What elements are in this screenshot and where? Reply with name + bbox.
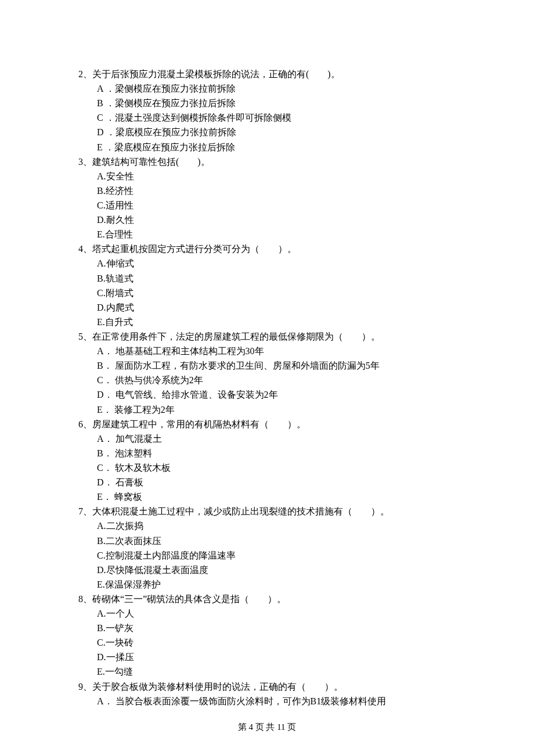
question-3: 3、建筑结构可靠性包括( )。 A.安全性 B.经济性 C.适用性 D.耐久性 …: [78, 154, 476, 242]
options-list: A.伸缩式 B.轨道式 C.附墙式 D.内爬式 E.自升式: [78, 256, 476, 329]
option-e: E.合理性: [97, 227, 476, 242]
question-2: 2、关于后张预应力混凝土梁模板拆除的说法，正确的有( )。 A ．梁侧模应在预应…: [78, 67, 476, 154]
question-7: 7、大体积混凝土施工过程中，减少或防止出现裂缝的技术措施有（ ）。 A.二次振捣…: [78, 504, 476, 592]
question-number: 7、: [78, 506, 92, 516]
option-e: E.自升式: [97, 315, 476, 329]
option-d: D.尽快降低混凝土表面温度: [97, 563, 476, 577]
option-a: A.伸缩式: [97, 256, 476, 271]
question-text: 在正常使用条件下，法定的房屋建筑工程的最低保修期限为（ ）。: [92, 332, 380, 341]
option-a: A． 地基基础工程和主体结构工程为30年: [97, 344, 476, 358]
option-c: C.一块砖: [97, 635, 476, 650]
option-a: A． 加气混凝土: [97, 431, 476, 446]
option-a: A． 当胶合板表面涂覆一级饰面防火涂料时，可作为B1级装修材料使用: [97, 694, 476, 708]
question-stem: 9、关于胶合板做为装修材料使用时的说法，正确的有（ ）。: [78, 679, 476, 694]
option-a: A.一个人: [97, 606, 476, 621]
option-c: C.控制混凝土内部温度的降温速率: [97, 548, 476, 563]
option-b: B． 泡沫塑料: [97, 446, 476, 460]
question-5: 5、在正常使用条件下，法定的房屋建筑工程的最低保修期限为（ ）。 A． 地基基础…: [78, 329, 476, 417]
question-number: 2、: [78, 69, 92, 79]
question-text: 关于胶合板做为装修材料使用时的说法，正确的有（ ）。: [92, 682, 343, 692]
question-number: 9、: [78, 682, 92, 692]
option-e: E． 蜂窝板: [97, 489, 476, 504]
option-d: D ．梁底模应在预应力张拉前拆除: [97, 125, 476, 139]
options-list: A． 加气混凝土 B． 泡沫塑料 C． 软木及软木板 D． 石膏板 E． 蜂窝板: [78, 431, 476, 505]
question-text: 关于后张预应力混凝土梁模板拆除的说法，正确的有( )。: [92, 69, 340, 79]
question-number: 6、: [78, 419, 92, 429]
question-text: 塔式起重机按固定方式进行分类可分为（ ）。: [92, 244, 297, 254]
question-text: 建筑结构可靠性包括( )。: [92, 157, 210, 167]
options-list: A.安全性 B.经济性 C.适用性 D.耐久性 E.合理性: [78, 169, 476, 242]
option-d: D.耐久性: [97, 213, 476, 227]
question-9: 9、关于胶合板做为装修材料使用时的说法，正确的有（ ）。 A． 当胶合板表面涂覆…: [78, 679, 476, 708]
question-stem: 6、房屋建筑工程中，常用的有机隔热材料有（ ）。: [78, 417, 476, 431]
option-a: A ．梁侧模应在预应力张拉前拆除: [97, 81, 476, 96]
question-number: 5、: [78, 332, 92, 341]
option-e: E.一勾缝: [97, 664, 476, 679]
option-d: D.一揉压: [97, 650, 476, 664]
question-stem: 7、大体积混凝土施工过程中，减少或防止出现裂缝的技术措施有（ ）。: [78, 504, 476, 519]
page-footer: 第 4 页 共 11 页: [0, 722, 534, 733]
option-b: B ．梁侧模应在预应力张拉后拆除: [97, 96, 476, 110]
question-6: 6、房屋建筑工程中，常用的有机隔热材料有（ ）。 A． 加气混凝土 B． 泡沫塑…: [78, 417, 476, 505]
option-a: A.二次振捣: [97, 519, 476, 533]
option-d: D． 石膏板: [97, 475, 476, 489]
page-content: 2、关于后张预应力混凝土梁模板拆除的说法，正确的有( )。 A ．梁侧模应在预应…: [0, 0, 534, 708]
question-8: 8、砖砌体“三一”砌筑法的具体含义是指（ ）。 A.一个人 B.一铲灰 C.一块…: [78, 592, 476, 679]
question-text: 房屋建筑工程中，常用的有机隔热材料有（ ）。: [92, 419, 306, 429]
question-stem: 8、砖砌体“三一”砌筑法的具体含义是指（ ）。: [78, 592, 476, 606]
option-d: D.内爬式: [97, 300, 476, 315]
option-d: D． 电气管线、给排水管道、设备安装为2年: [97, 387, 476, 402]
option-e: E． 装修工程为2年: [97, 402, 476, 417]
question-text: 砖砌体“三一”砌筑法的具体含义是指（ ）。: [92, 594, 286, 604]
option-c: C.适用性: [97, 198, 476, 213]
question-number: 3、: [78, 157, 92, 167]
option-b: B.一铲灰: [97, 621, 476, 635]
question-stem: 2、关于后张预应力混凝土梁模板拆除的说法，正确的有( )。: [78, 67, 476, 81]
option-c: C ．混凝土强度达到侧模拆除条件即可拆除侧模: [97, 110, 476, 125]
option-c: C.附墙式: [97, 286, 476, 300]
option-c: C． 软木及软木板: [97, 460, 476, 475]
options-list: A． 当胶合板表面涂覆一级饰面防火涂料时，可作为B1级装修材料使用: [78, 694, 476, 708]
question-number: 4、: [78, 244, 92, 254]
options-list: A ．梁侧模应在预应力张拉前拆除 B ．梁侧模应在预应力张拉后拆除 C ．混凝土…: [78, 81, 476, 154]
option-c: C． 供热与供冷系统为2年: [97, 373, 476, 387]
option-e: E.保温保湿养护: [97, 577, 476, 592]
option-b: B.二次表面抹压: [97, 534, 476, 548]
options-list: A.一个人 B.一铲灰 C.一块砖 D.一揉压 E.一勾缝: [78, 606, 476, 679]
options-list: A.二次振捣 B.二次表面抹压 C.控制混凝土内部温度的降温速率 D.尽快降低混…: [78, 519, 476, 592]
question-stem: 3、建筑结构可靠性包括( )。: [78, 154, 476, 169]
option-e: E ．梁底模应在预应力张拉后拆除: [97, 140, 476, 154]
question-number: 8、: [78, 594, 92, 604]
options-list: A． 地基基础工程和主体结构工程为30年 B． 屋面防水工程，有防水要求的卫生间…: [78, 344, 476, 417]
question-stem: 5、在正常使用条件下，法定的房屋建筑工程的最低保修期限为（ ）。: [78, 329, 476, 344]
option-a: A.安全性: [97, 169, 476, 183]
option-b: B.经济性: [97, 183, 476, 198]
option-b: B.轨道式: [97, 271, 476, 286]
question-text: 大体积混凝土施工过程中，减少或防止出现裂缝的技术措施有（ ）。: [92, 506, 389, 516]
option-b: B． 屋面防水工程，有防水要求的卫生间、房屋和外墙面的防漏为5年: [97, 358, 476, 373]
question-4: 4、塔式起重机按固定方式进行分类可分为（ ）。 A.伸缩式 B.轨道式 C.附墙…: [78, 242, 476, 329]
question-stem: 4、塔式起重机按固定方式进行分类可分为（ ）。: [78, 242, 476, 256]
